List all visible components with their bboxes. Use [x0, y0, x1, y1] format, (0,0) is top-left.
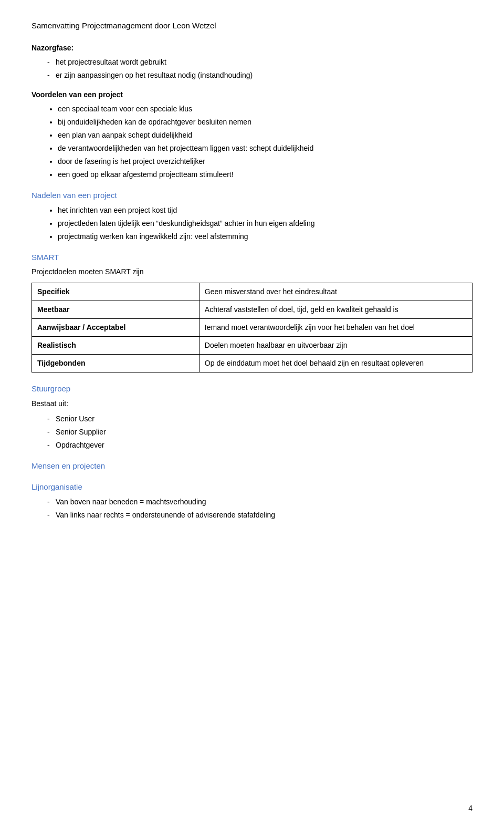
- lijnorganisatie-heading: Lijnorganisatie: [32, 481, 472, 493]
- smart-description: Doelen moeten haalbaar en uitvoerbaar zi…: [199, 337, 472, 355]
- list-item: bij onduidelijkheden kan de opdrachtgeve…: [58, 117, 472, 128]
- list-item: een plan van aanpak schept duidelijkheid: [58, 130, 472, 141]
- smart-term: Tijdgebonden: [32, 355, 200, 372]
- nadelen-heading: Nadelen van een project: [32, 190, 472, 202]
- voordelen-section: Voordelen van een project een speciaal t…: [32, 89, 472, 180]
- page-number: 4: [468, 804, 472, 812]
- smart-term: Realistisch: [32, 337, 200, 355]
- nazorgfase-list: het projectresultaat wordt gebruikt er z…: [32, 57, 472, 81]
- smart-term: Meetbaar: [32, 301, 200, 319]
- nazorgfase-heading: Nazorgfase:: [32, 43, 472, 54]
- smart-term: Specifiek: [32, 283, 200, 301]
- stuurgroep-intro: Bestaat uit:: [32, 398, 472, 409]
- list-item: Senior Supplier: [47, 427, 472, 438]
- table-row: Tijdgebonden Op de einddatum moet het do…: [32, 355, 472, 372]
- nadelen-list: het inrichten van een project kost tijd …: [32, 205, 472, 242]
- mensen-projecten-list: Van boven naar beneden = machtsverhoudin…: [32, 496, 472, 521]
- list-item: Senior User: [47, 413, 472, 425]
- smart-term: Aanwijsbaar / Acceptabel: [32, 319, 200, 337]
- list-item: een goed op elkaar afgestemd projectteam…: [58, 169, 472, 180]
- nadelen-section: Nadelen van een project het inrichten va…: [32, 190, 472, 242]
- voordelen-list: een speciaal team voor een speciale klus…: [32, 104, 472, 180]
- table-row: Meetbaar Achteraf vaststellen of doel, t…: [32, 301, 472, 319]
- smart-intro: Projectdoelen moeten SMART zijn: [32, 266, 472, 277]
- smart-description: Iemand moet verantwoordelijk zijn voor h…: [199, 319, 472, 337]
- list-item: projectleden laten tijdelijk een “deskun…: [58, 218, 472, 229]
- voordelen-heading: Voordelen van een project: [32, 89, 472, 100]
- mensen-projecten-section: Mensen en projecten Lijnorganisatie Van …: [32, 460, 472, 521]
- list-item: projectmatig werken kan ingewikkeld zijn…: [58, 231, 472, 242]
- table-row: Specifiek Geen misverstand over het eind…: [32, 283, 472, 301]
- list-item: Opdrachtgever: [47, 440, 472, 451]
- smart-table: Specifiek Geen misverstand over het eind…: [32, 283, 472, 372]
- list-item: Van boven naar beneden = machtsverhoudin…: [47, 496, 472, 508]
- table-row: Aanwijsbaar / Acceptabel Iemand moet ver…: [32, 319, 472, 337]
- nazorgfase-section: Nazorgfase: het projectresultaat wordt g…: [32, 43, 472, 81]
- stuurgroep-section: Stuurgroep Bestaat uit: Senior User Seni…: [32, 383, 472, 451]
- stuurgroep-list: Senior User Senior Supplier Opdrachtgeve…: [32, 413, 472, 451]
- list-item: het projectresultaat wordt gebruikt: [47, 57, 472, 68]
- smart-heading: SMART: [32, 252, 472, 264]
- stuurgroep-heading: Stuurgroep: [32, 383, 472, 395]
- smart-description: Geen misverstand over het eindresultaat: [199, 283, 472, 301]
- mensen-projecten-heading: Mensen en projecten: [32, 460, 472, 472]
- list-item: de verantwoordelijkheden van het project…: [58, 143, 472, 154]
- list-item: door de fasering is het project overzich…: [58, 156, 472, 167]
- smart-description: Achteraf vaststellen of doel, tijd, geld…: [199, 301, 472, 319]
- table-row: Realistisch Doelen moeten haalbaar en ui…: [32, 337, 472, 355]
- smart-section: SMART Projectdoelen moeten SMART zijn Sp…: [32, 252, 472, 373]
- page-title: Samenvatting Projectmanagement door Leon…: [32, 21, 472, 30]
- smart-description: Op de einddatum moet het doel behaald zi…: [199, 355, 472, 372]
- list-item: Van links naar rechts = ondersteunende o…: [47, 510, 472, 521]
- list-item: er zijn aanpassingen op het resultaat no…: [47, 70, 472, 81]
- list-item: een speciaal team voor een speciale klus: [58, 104, 472, 115]
- list-item: het inrichten van een project kost tijd: [58, 205, 472, 216]
